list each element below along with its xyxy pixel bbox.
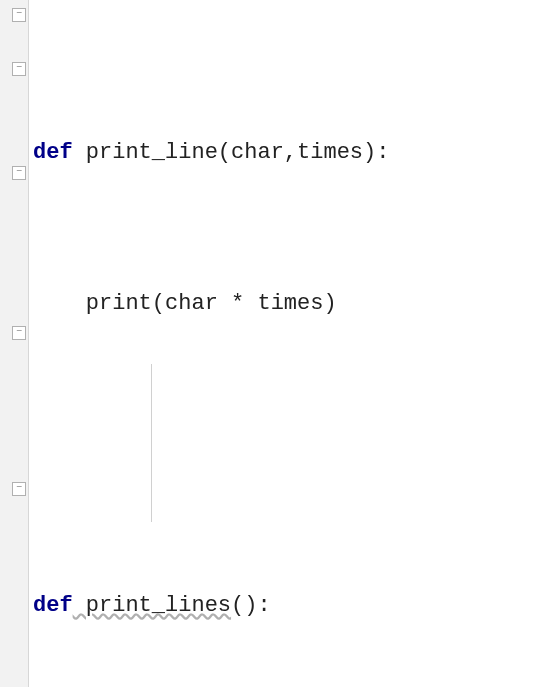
keyword-def: def	[33, 593, 73, 618]
code-line: def print_line(char,times):	[33, 136, 550, 188]
blank-line	[33, 438, 550, 490]
function-name: print_line	[73, 140, 218, 165]
fold-icon[interactable]: −	[12, 166, 26, 180]
fold-icon[interactable]: −	[12, 326, 26, 340]
code-line: def print_lines():	[33, 589, 550, 641]
code-editor[interactable]: def print_line(char,times): print(char *…	[29, 0, 550, 687]
fold-icon[interactable]: −	[12, 8, 26, 22]
keyword-def: def	[33, 140, 73, 165]
function-name: print_lines	[73, 593, 231, 618]
code-text: ():	[231, 593, 271, 618]
builtin-print: print	[86, 291, 152, 316]
fold-end-icon[interactable]: −	[12, 482, 26, 496]
code-text: (char * times)	[152, 291, 337, 316]
editor-gutter: − − − − −	[0, 0, 29, 687]
code-line: print(char * times)	[33, 287, 550, 339]
code-text: (char,times):	[218, 140, 390, 165]
fold-end-icon[interactable]: −	[12, 62, 26, 76]
